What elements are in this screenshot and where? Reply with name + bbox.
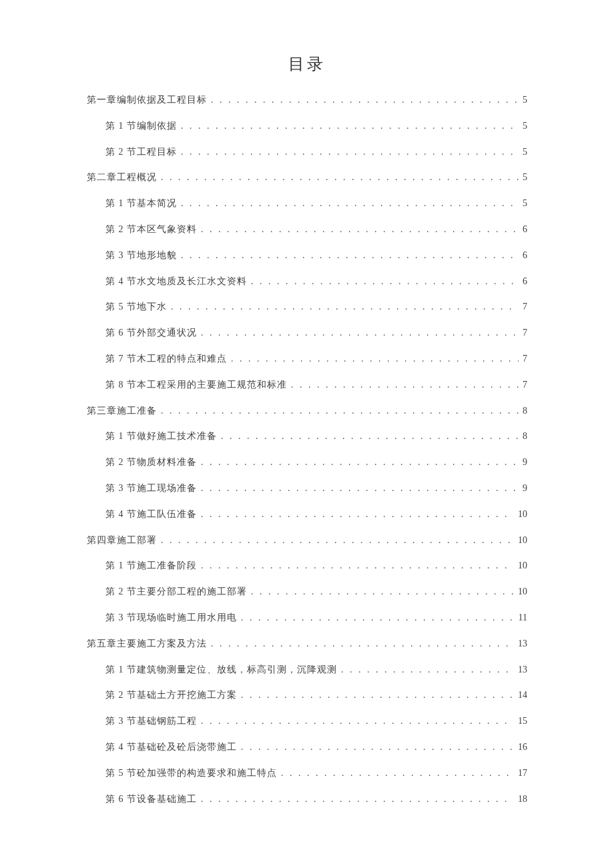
toc-title: 目录 [87, 53, 527, 75]
toc-leader-dots [291, 380, 519, 391]
toc-entry-label: 第 1 节基本简况 [105, 198, 177, 209]
toc-leader-dots [211, 638, 514, 650]
toc-entry[interactable]: 第 1 节建筑物测量定位、放线，标高引测，沉降观测13 [87, 665, 527, 676]
toc-entry-page: 7 [523, 354, 527, 365]
toc-entry-page: 7 [523, 380, 527, 391]
toc-entry[interactable]: 第 1 节做好施工技术准备8 [87, 431, 527, 442]
toc-entry-page: 7 [523, 328, 527, 339]
toc-leader-dots [201, 716, 514, 727]
toc-entry-label: 第 3 节地形地貌 [105, 250, 177, 262]
toc-entry[interactable]: 第三章施工准备8 [87, 406, 527, 417]
toc-leader-dots [201, 328, 519, 339]
toc-entry-label: 第 1 节编制依据 [105, 121, 177, 132]
toc-entry[interactable]: 第 3 节基础钢筋工程15 [87, 716, 527, 727]
toc-entry-label: 第 1 节建筑物测量定位、放线，标高引测，沉降观测 [105, 665, 337, 676]
toc-entry[interactable]: 第 6 节设备基础施工18 [87, 794, 527, 805]
toc-entry-label: 第 4 节水文地质及长江水文资料 [105, 276, 247, 288]
toc-entry-page: 13 [518, 638, 527, 650]
toc-leader-dots [201, 457, 519, 468]
toc-entry-page: 9 [523, 483, 527, 494]
toc-leader-dots [181, 147, 519, 158]
toc-leader-dots [201, 794, 514, 805]
toc-entry[interactable]: 第 2 节物质材料准备9 [87, 457, 527, 468]
toc-entry[interactable]: 第五章主要施工方案及方法13 [87, 638, 527, 650]
toc-leader-dots [221, 431, 519, 442]
toc-entry-label: 第三章施工准备 [87, 406, 157, 417]
toc-entry-label: 第五章主要施工方案及方法 [87, 638, 207, 650]
toc-entry-label: 第 4 节基础砼及砼后浇带施工 [105, 742, 237, 753]
toc-entry[interactable]: 第 4 节施工队伍准备10 [87, 509, 527, 520]
toc-entry[interactable]: 第 5 节地下水7 [87, 302, 527, 313]
toc-entry-label: 第 5 节砼加强带的构造要求和施工特点 [105, 768, 277, 779]
toc-leader-dots [161, 406, 519, 417]
toc-entry-page: 10 [518, 509, 527, 520]
toc-entry-label: 第 3 节基础钢筋工程 [105, 716, 197, 727]
toc-leader-dots [201, 560, 514, 572]
toc-leader-dots [161, 172, 519, 183]
toc-entry-page: 13 [518, 665, 527, 676]
toc-entry[interactable]: 第 7 节木工程的特点和难点7 [87, 354, 527, 365]
toc-entry[interactable]: 第 3 节地形地貌6 [87, 250, 527, 262]
toc-entry[interactable]: 第 3 节施工现场准备9 [87, 483, 527, 494]
toc-leader-dots [211, 95, 519, 106]
toc-entry-page: 6 [523, 250, 527, 262]
toc-entry-page: 8 [523, 406, 527, 417]
toc-entry-page: 6 [523, 276, 527, 288]
toc-leader-dots [251, 276, 519, 288]
toc-entry[interactable]: 第 6 节外部交通状况7 [87, 328, 527, 339]
toc-entry-label: 第 6 节设备基础施工 [105, 794, 197, 805]
toc-entry-label: 第 5 节地下水 [105, 302, 167, 313]
toc-leader-dots [181, 121, 519, 132]
toc-leader-dots [281, 768, 514, 779]
toc-leader-dots [231, 354, 519, 365]
toc-leader-dots [181, 250, 519, 262]
toc-entry-label: 第 3 节施工现场准备 [105, 483, 197, 494]
toc-entry[interactable]: 第 4 节基础砼及砼后浇带施工16 [87, 742, 527, 753]
toc-entry-label: 第 7 节木工程的特点和难点 [105, 354, 227, 365]
toc-leader-dots [241, 612, 515, 624]
toc-entry-page: 8 [523, 431, 527, 442]
toc-entry-label: 第 1 节做好施工技术准备 [105, 431, 217, 442]
toc-leader-dots [181, 198, 519, 209]
toc-leader-dots [201, 483, 519, 494]
toc-entry[interactable]: 第 5 节砼加强带的构造要求和施工特点17 [87, 768, 527, 779]
toc-entry-page: 5 [523, 147, 527, 158]
toc-entry-page: 11 [519, 612, 527, 624]
toc-leader-dots [251, 586, 514, 598]
toc-entry[interactable]: 第 2 节基础土方开挖施工方案14 [87, 690, 527, 701]
toc-entry-page: 18 [518, 794, 527, 805]
toc-entry[interactable]: 第 8 节本工程采用的主要施工规范和标准7 [87, 380, 527, 391]
toc-entry[interactable]: 第四章施工部署10 [87, 535, 527, 546]
document-page: 目录 第一章编制依据及工程目标5第 1 节编制依据5第 2 节工程目标5第二章工… [0, 0, 614, 868]
toc-entry-label: 第 1 节施工准备阶段 [105, 560, 197, 572]
toc-entry-page: 17 [518, 768, 527, 779]
toc-entry[interactable]: 第 2 节本区气象资料6 [87, 224, 527, 236]
toc-entry-label: 第 2 节基础土方开挖施工方案 [105, 690, 237, 701]
toc-entry-label: 第 4 节施工队伍准备 [105, 509, 197, 520]
toc-entry[interactable]: 第 1 节编制依据5 [87, 121, 527, 132]
toc-entry[interactable]: 第 2 节工程目标5 [87, 147, 527, 158]
toc-entry[interactable]: 第 1 节基本简况5 [87, 198, 527, 209]
toc-leader-dots [171, 302, 519, 313]
toc-entry-page: 14 [518, 690, 527, 701]
toc-entry-page: 16 [518, 742, 527, 753]
toc-entry[interactable]: 第 1 节施工准备阶段10 [87, 560, 527, 572]
toc-entry[interactable]: 第 2 节主要分部工程的施工部署10 [87, 586, 527, 598]
toc-entry-page: 7 [523, 302, 527, 313]
toc-entry[interactable]: 第 3 节现场临时施工用水用电11 [87, 612, 527, 624]
toc-entry-label: 第二章工程概况 [87, 172, 157, 183]
toc-entry-label: 第 3 节现场临时施工用水用电 [105, 612, 237, 624]
toc-leader-dots [161, 535, 514, 546]
toc-leader-dots [241, 742, 514, 753]
toc-entry[interactable]: 第一章编制依据及工程目标5 [87, 95, 527, 106]
toc-entry-page: 15 [518, 716, 527, 727]
toc-entry[interactable]: 第二章工程概况5 [87, 172, 527, 183]
toc-entry-page: 5 [523, 95, 527, 106]
toc-entry-page: 5 [523, 172, 527, 183]
toc-entry-label: 第 8 节本工程采用的主要施工规范和标准 [105, 380, 287, 391]
toc-entry-page: 10 [518, 560, 527, 572]
toc-entry-label: 第 2 节工程目标 [105, 147, 177, 158]
toc-entry[interactable]: 第 4 节水文地质及长江水文资料6 [87, 276, 527, 288]
toc-entry-label: 第 2 节物质材料准备 [105, 457, 197, 468]
toc-entry-label: 第 6 节外部交通状况 [105, 328, 197, 339]
